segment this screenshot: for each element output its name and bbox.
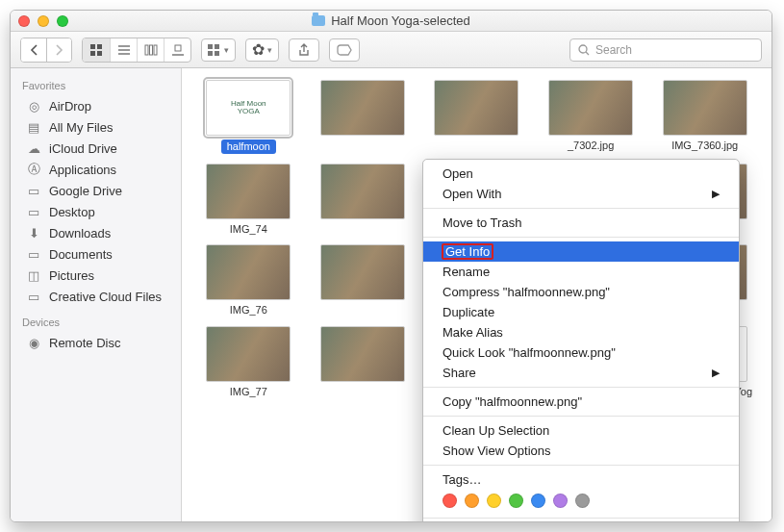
documents-icon: ▭ [26, 246, 41, 262]
ctx-move-to-trash[interactable]: Move to Trash [423, 213, 739, 233]
tag-color-purple[interactable] [553, 494, 568, 508]
view-mode-group [82, 38, 191, 63]
sidebar-item-pictures[interactable]: ◫Pictures [11, 265, 181, 286]
close-window-button[interactable] [18, 15, 30, 27]
sidebar-item-documents[interactable]: ▭Documents [11, 243, 181, 265]
thumbnail [320, 164, 405, 219]
svg-rect-3 [97, 51, 102, 56]
minimize-window-button[interactable] [38, 15, 49, 27]
forward-button[interactable] [46, 38, 71, 62]
tags-button[interactable] [329, 38, 360, 62]
ctx-compress[interactable]: Compress "halfmoonnew.png" [423, 282, 739, 302]
tag-color-yellow[interactable] [487, 494, 501, 508]
ctx-duplicate[interactable]: Duplicate [423, 302, 739, 322]
view-columns-button[interactable] [137, 38, 164, 62]
file-item[interactable] [310, 164, 417, 236]
sidebar-item-desktop[interactable]: ▭Desktop [11, 201, 181, 222]
ctx-tags[interactable]: Tags… [423, 469, 739, 490]
sidebar-item-airdrop[interactable]: ◎AirDrop [11, 95, 181, 116]
separator [423, 416, 739, 417]
titlebar: Half Moon Yoga-selected [11, 11, 771, 32]
thumbnail: Half MoonYOGA [206, 80, 291, 136]
sidebar-item-downloads[interactable]: ⬇Downloads [11, 222, 181, 243]
back-button[interactable] [21, 38, 46, 62]
thumbnail [434, 80, 518, 136]
tag-color-blue[interactable] [531, 494, 545, 508]
file-item[interactable]: IMG_77 [195, 326, 302, 410]
thumbnail [206, 244, 291, 300]
separator [423, 208, 739, 209]
file-name-selected: halfmoon [221, 139, 276, 154]
separator [423, 465, 739, 466]
sidebar-section-devices: Devices [11, 313, 181, 332]
file-item[interactable] [310, 244, 417, 317]
action-button[interactable]: ✿▾ [245, 38, 279, 62]
tag-color-gray[interactable] [575, 494, 590, 508]
share-button[interactable] [289, 38, 319, 62]
separator [423, 237, 739, 238]
applications-icon: Ⓐ [26, 162, 41, 177]
disc-icon: ◉ [26, 335, 41, 350]
thumbnail [206, 164, 291, 219]
ctx-quick-look[interactable]: Quick Look "halfmoonnew.png" [423, 342, 739, 363]
svg-rect-6 [154, 45, 157, 55]
zoom-window-button[interactable] [57, 15, 68, 27]
ctx-open-with[interactable]: Open With▶ [423, 184, 739, 204]
thumbnail [320, 244, 405, 300]
sidebar-item-applications[interactable]: ⒶApplications [11, 159, 181, 180]
svg-rect-10 [208, 51, 213, 56]
file-item[interactable] [310, 80, 417, 154]
pictures-icon: ◫ [26, 267, 41, 283]
sidebar-item-google-drive[interactable]: ▭Google Drive [11, 180, 181, 201]
separator [423, 518, 739, 519]
svg-rect-5 [149, 45, 152, 55]
view-list-button[interactable] [110, 38, 137, 62]
thumbnail [320, 80, 405, 136]
thumbnail [663, 80, 747, 136]
airdrop-icon: ◎ [26, 98, 41, 114]
search-field[interactable]: Search [569, 38, 762, 62]
arrange-button[interactable]: ▾ [201, 38, 236, 62]
ctx-open[interactable]: Open [423, 164, 739, 184]
sidebar-section-favorites: Favorites [11, 76, 181, 95]
gear-icon: ✿ [252, 40, 265, 59]
file-item[interactable]: IMG_76 [195, 244, 302, 317]
file-item[interactable]: IMG_74 [195, 164, 302, 236]
sidebar-item-icloud-drive[interactable]: ☁iCloud Drive [11, 138, 181, 159]
tag-color-orange[interactable] [465, 494, 479, 508]
ctx-rename[interactable]: Rename [423, 262, 739, 282]
toolbar: ▾ ✿▾ Search [11, 32, 771, 68]
submenu-arrow-icon: ▶ [712, 367, 720, 379]
downloads-icon: ⬇ [26, 225, 41, 241]
sidebar-item-remote-disc[interactable]: ◉Remote Disc [11, 332, 181, 353]
tag-color-red[interactable] [443, 494, 457, 508]
content-area: Half MoonYOGAhalfmoon _7302.jpg IMG_7360… [182, 68, 771, 521]
sidebar-item-all-my-files[interactable]: ▤All My Files [11, 116, 181, 138]
search-icon [578, 44, 590, 56]
tag-color-green[interactable] [509, 494, 523, 508]
desktop-icon: ▭ [26, 204, 41, 219]
svg-rect-8 [208, 44, 213, 49]
file-item[interactable]: Half MoonYOGAhalfmoon [195, 80, 302, 154]
ctx-clean-up[interactable]: Clean Up Selection [423, 420, 739, 441]
view-coverflow-button[interactable] [164, 38, 190, 62]
share-icon [298, 43, 310, 57]
ctx-make-alias[interactable]: Make Alias [423, 322, 739, 342]
sidebar: Favorites ◎AirDrop ▤All My Files ☁iCloud… [11, 68, 182, 521]
folder-icon: ▭ [26, 183, 41, 198]
svg-point-12 [579, 45, 587, 53]
file-item[interactable] [423, 80, 530, 154]
sidebar-item-creative-cloud[interactable]: ▭Creative Cloud Files [11, 286, 181, 307]
svg-rect-11 [215, 51, 219, 56]
ctx-get-info[interactable]: Get Info [423, 241, 739, 262]
ctx-copy[interactable]: Copy "halfmoonnew.png" [423, 392, 739, 412]
ctx-show-view-options[interactable]: Show View Options [423, 441, 739, 461]
submenu-arrow-icon: ▶ [712, 188, 720, 200]
file-item[interactable]: IMG_7360.jpg [651, 80, 758, 154]
svg-rect-2 [90, 51, 95, 56]
ctx-share[interactable]: Share▶ [423, 363, 739, 383]
view-icons-button[interactable] [83, 38, 110, 62]
file-item[interactable] [310, 326, 417, 410]
file-item[interactable]: _7302.jpg [538, 80, 645, 154]
thumbnail [548, 80, 633, 136]
